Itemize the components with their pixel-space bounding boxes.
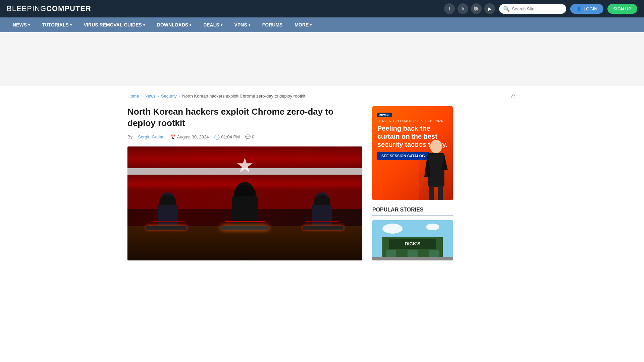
twitter-icon[interactable]: 𝕏: [458, 3, 468, 14]
search-box: 🔍: [499, 4, 566, 14]
popular-stories: POPULAR STORIES DICK'S: [372, 207, 453, 260]
signup-button[interactable]: SIGN UP: [607, 4, 637, 14]
story-image: DICK'S: [372, 220, 453, 260]
search-input[interactable]: [512, 6, 562, 11]
nav-item-forums[interactable]: FORUMS: [256, 17, 289, 32]
mastodon-icon[interactable]: 🐘: [471, 3, 482, 14]
person-silhouette: [421, 136, 451, 200]
top-header: BLEEPINGCOMPUTER f 𝕏 🐘 ▶ 🔍 👤 LOGIN SIGN …: [0, 0, 644, 17]
comment-icon: 💬: [245, 134, 251, 139]
main-nav: NEWS ▾ TUTORIALS ▾ VIRUS REMOVAL GUIDES …: [0, 17, 644, 32]
logo-light: BLEEPING: [7, 4, 46, 13]
calendar-icon: 📅: [170, 134, 176, 140]
site-logo[interactable]: BLEEPINGCOMPUTER: [7, 4, 91, 13]
nav-item-vpns[interactable]: VPNS ▾: [228, 17, 256, 32]
svg-rect-4: [232, 196, 258, 228]
svg-rect-22: [372, 257, 453, 260]
story-thumbnail[interactable]: DICK'S: [372, 220, 453, 260]
hacker-left: [151, 188, 184, 228]
article-date-value: August 30, 2024: [177, 134, 209, 139]
social-icons: f 𝕏 🐘 ▶: [444, 3, 495, 14]
logo-bold: COMPUTER: [46, 4, 91, 13]
nav-item-news[interactable]: NEWS ▾: [7, 17, 36, 32]
breadcrumb-security[interactable]: Security: [161, 94, 177, 99]
breadcrumb-separator: ›: [179, 94, 180, 99]
ad-badge: mWISE: [377, 113, 392, 117]
chevron-down-icon: ▾: [28, 23, 30, 27]
hacker-right: [305, 188, 339, 228]
nav-item-tutorials[interactable]: TUTORIALS ▾: [36, 17, 78, 32]
nav-item-deals[interactable]: DEALS ▾: [197, 17, 228, 32]
svg-rect-11: [429, 186, 434, 200]
hacker-scene: ★: [127, 146, 362, 260]
chevron-down-icon: ▾: [310, 23, 312, 27]
table-surface: [127, 226, 362, 260]
breadcrumb-left: Home › News › Security › North Korean ha…: [127, 94, 305, 99]
svg-rect-7: [312, 205, 332, 228]
login-button[interactable]: 👤 LOGIN: [570, 4, 603, 14]
breadcrumb-news[interactable]: News: [145, 94, 156, 99]
article-title: North Korean hackers exploit Chrome zero…: [127, 106, 362, 129]
user-icon: 👤: [576, 6, 582, 11]
chevron-down-icon: ▾: [143, 23, 145, 27]
print-icon[interactable]: 🖨: [511, 93, 517, 100]
sidebar-ad: mWISE DENVER, COLORADO | SEPT 18-19, 202…: [372, 106, 453, 200]
svg-text:DICK'S: DICK'S: [405, 241, 421, 246]
article-meta: By Sergiu Gatlan 📅 August 30, 2024 🕐 01:…: [127, 134, 362, 140]
article-layout: North Korean hackers exploit Chrome zero…: [127, 106, 517, 260]
breadcrumb-current: North Korean hackers exploit Chrome zero…: [182, 94, 305, 99]
header-right: f 𝕏 🐘 ▶ 🔍 👤 LOGIN SIGN UP: [444, 3, 637, 14]
flag-star: ★: [236, 156, 254, 176]
breadcrumb-home[interactable]: Home: [127, 94, 139, 99]
article-image: ★: [127, 146, 362, 260]
facebook-icon[interactable]: f: [444, 3, 455, 14]
breadcrumb: Home › News › Security › North Korean ha…: [127, 93, 517, 100]
hacker-center: [225, 178, 265, 228]
svg-rect-12: [438, 186, 443, 200]
breadcrumb-separator: ›: [141, 94, 143, 99]
comments-value: 0: [252, 134, 254, 139]
svg-point-14: [382, 224, 402, 234]
ad-location: DENVER, COLORADO | SEPT 18-19, 2024: [377, 119, 443, 123]
login-label: LOGIN: [584, 6, 597, 11]
article-time: 🕐 01:04 PM: [214, 134, 240, 140]
nav-item-more[interactable]: MORE ▾: [288, 17, 318, 32]
breadcrumb-separator: ›: [158, 94, 159, 99]
chevron-down-icon: ▾: [249, 23, 250, 27]
nav-item-virus-removal[interactable]: VIRUS REMOVAL GUIDES ▾: [78, 17, 151, 32]
chevron-down-icon: ▾: [190, 23, 191, 27]
svg-point-9: [430, 140, 442, 153]
article-main: North Korean hackers exploit Chrome zero…: [127, 106, 362, 260]
article-by: By: [127, 134, 132, 139]
search-icon: 🔍: [503, 6, 510, 12]
svg-rect-1: [158, 205, 178, 228]
article-time-value: 01:04 PM: [221, 134, 240, 139]
chevron-down-icon: ▾: [221, 23, 222, 27]
svg-point-15: [426, 224, 439, 230]
popular-stories-title: POPULAR STORIES: [372, 207, 453, 216]
chevron-down-icon: ▾: [70, 23, 72, 27]
ad-banner: [0, 32, 644, 86]
article-date: 📅 August 30, 2024: [170, 134, 209, 140]
comments-count[interactable]: 💬 0: [245, 134, 254, 139]
article-author[interactable]: Sergiu Gatlan: [138, 134, 165, 139]
clock-icon: 🕐: [214, 134, 220, 140]
nav-item-downloads[interactable]: DOWNLOADS ▾: [151, 17, 197, 32]
article-sidebar: mWISE DENVER, COLORADO | SEPT 18-19, 202…: [372, 106, 453, 260]
youtube-icon[interactable]: ▶: [484, 3, 495, 14]
ad-person-image: [419, 133, 453, 200]
content-wrapper: Home › News › Security › North Korean ha…: [121, 86, 523, 267]
